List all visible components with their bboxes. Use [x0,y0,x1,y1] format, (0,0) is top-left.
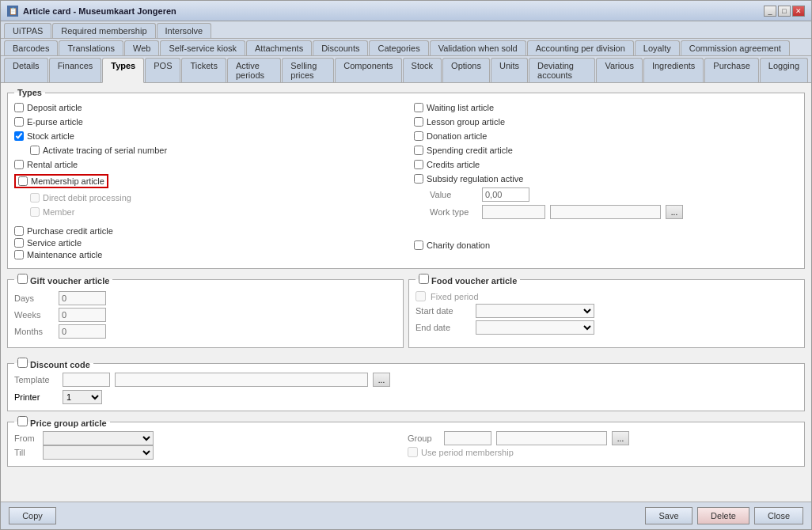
food-voucher-fieldset: Food voucher article Fixed period Start … [408,274,805,348]
epurse-article-label: E-purse article [27,117,83,127]
rental-article-row: Rental article [14,160,398,169]
value-input[interactable] [482,187,529,202]
end-date-select[interactable] [476,320,594,335]
delete-button[interactable]: Delete [697,507,749,524]
printer-row: Printer 1 2 3 [14,390,798,404]
copy-button[interactable]: Copy [9,507,56,524]
tab-web[interactable]: Web [124,40,159,55]
epurse-article-checkbox[interactable] [14,117,24,127]
tab-units[interactable]: Units [491,58,528,82]
days-input[interactable] [59,291,106,305]
tab-various[interactable]: Various [596,58,642,82]
till-select[interactable] [43,445,154,460]
tab-types[interactable]: Types [102,58,144,83]
food-voucher-checkbox[interactable] [419,274,429,284]
purchase-credit-checkbox[interactable] [14,226,24,236]
membership-article-checkbox[interactable] [18,176,28,186]
tab-row-1: UiTPAS Required membership Intersolve [1,21,811,39]
tab-translations[interactable]: Translations [59,40,123,55]
direct-debit-checkbox[interactable] [30,193,40,203]
price-group-legend: Price group article [14,416,110,428]
weeks-input[interactable] [59,308,106,322]
fixed-period-checkbox[interactable] [415,291,426,301]
tab-uitpas[interactable]: UiTPAS [4,23,51,38]
tab-accounting[interactable]: Accounting per division [527,40,634,55]
tab-self-service-kiosk[interactable]: Self-service kiosk [160,40,245,55]
gift-voucher-checkbox[interactable] [17,274,28,284]
deposit-article-row: Deposit article [14,103,398,112]
printer-select[interactable]: 1 2 3 [63,390,102,404]
waiting-list-checkbox[interactable] [414,103,423,112]
tab-selling-prices[interactable]: Selling prices [282,58,334,82]
service-article-checkbox[interactable] [14,238,24,248]
tab-options[interactable]: Options [442,58,490,82]
tab-attachments[interactable]: Attachments [246,40,312,55]
fixed-period-label: Fixed period [431,292,479,301]
tab-categories[interactable]: Categories [369,40,428,55]
tab-active-periods[interactable]: Active periods [227,58,281,82]
tab-details[interactable]: Details [4,58,48,82]
maximize-button[interactable]: □ [778,6,791,17]
member-row: Member [30,207,398,217]
save-button[interactable]: Save [645,507,692,524]
charity-donation-checkbox[interactable] [414,240,423,250]
tab-logging[interactable]: Logging [760,58,808,82]
use-period-checkbox[interactable] [408,447,418,457]
tab-stock[interactable]: Stock [403,58,442,82]
worktype-input1[interactable] [482,205,545,219]
price-group-label: Price group article [30,418,107,428]
food-voucher-legend: Food voucher article [415,274,520,286]
tab-barcodes[interactable]: Barcodes [4,40,58,55]
tab-tickets[interactable]: Tickets [181,58,226,82]
template-browse-btn[interactable]: ... [373,373,390,387]
months-input[interactable] [59,324,106,339]
tab-discounts[interactable]: Discounts [313,40,368,55]
value-label: Value [430,190,477,199]
rental-article-checkbox[interactable] [14,160,24,169]
tab-purchase[interactable]: Purchase [704,58,758,82]
tab-required-membership[interactable]: Required membership [52,23,155,38]
tab-loyalty[interactable]: Loyalty [635,40,680,55]
subsidy-checkbox[interactable] [414,174,423,184]
price-group-checkbox[interactable] [17,416,28,426]
purchase-credit-label: Purchase credit article [27,226,113,236]
tab-intersolve[interactable]: Intersolve [157,23,212,38]
deposit-article-checkbox[interactable] [14,103,24,112]
lesson-group-checkbox[interactable] [414,117,423,127]
stock-article-checkbox[interactable] [14,131,24,141]
close-button[interactable]: Close [754,507,803,524]
minimize-button[interactable]: _ [764,6,776,17]
use-period-label: Use period membership [421,448,514,457]
worktype-browse-btn[interactable]: ... [666,205,683,219]
group-input1[interactable] [444,431,491,445]
discount-code-checkbox[interactable] [17,358,28,368]
group-input2[interactable] [496,431,607,445]
template-input1[interactable] [63,373,110,387]
tab-finances[interactable]: Finances [49,58,102,82]
tab-validation[interactable]: Validation when sold [430,40,526,55]
from-select[interactable] [43,431,154,445]
start-date-select[interactable] [476,304,594,318]
tab-commission[interactable]: Commission agreement [681,40,790,55]
spending-credit-checkbox[interactable] [414,146,423,155]
maintenance-article-checkbox[interactable] [14,250,24,259]
tracing-checkbox[interactable] [30,146,40,155]
template-label: Template [14,375,58,384]
group-browse-btn[interactable]: ... [612,431,629,445]
worktype-input2[interactable] [550,205,661,219]
printer-label: Printer [14,392,58,402]
tab-pos[interactable]: POS [145,58,180,82]
weeks-row: Weeks [14,308,397,322]
member-checkbox[interactable] [30,207,40,217]
value-row: Value [430,187,798,202]
till-label: Till [14,448,38,457]
tab-ingredients[interactable]: Ingredients [643,58,704,82]
template-input2[interactable] [115,373,368,387]
credits-article-checkbox[interactable] [414,160,423,169]
tab-deviating-accounts[interactable]: Deviating accounts [529,58,595,82]
tab-components[interactable]: Components [335,58,401,82]
window-close-button[interactable]: ✕ [792,6,805,17]
rental-article-label: Rental article [27,160,78,169]
donation-checkbox[interactable] [414,131,423,141]
stock-article-label: Stock article [27,131,74,141]
